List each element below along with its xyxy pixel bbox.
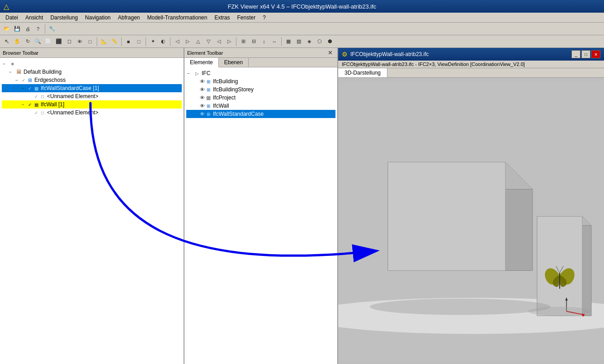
eye-icon-wallstd: 👁 — [200, 111, 205, 117]
etree-project[interactable]: 👁 ▦ IfcProject — [186, 94, 335, 102]
help-btn[interactable]: ? — [33, 24, 43, 34]
fill-btn[interactable]: ■ — [123, 37, 133, 47]
nav5-btn[interactable]: ◁ — [214, 37, 224, 47]
zoom-btn[interactable]: 🔍 — [33, 37, 43, 47]
3d-scene-svg — [338, 78, 604, 364]
eye-btn[interactable]: 👁 — [75, 37, 85, 47]
tf4-btn[interactable]: ↔ — [269, 37, 279, 47]
browser-tree[interactable]: − ≡ − 🏛 Default Building − ✓ ⊞ Erdgescho… — [0, 58, 184, 364]
expand-ifc-storey[interactable] — [193, 87, 200, 92]
outline-btn[interactable]: □ — [134, 37, 144, 47]
etree-wall-label: IfcWall — [213, 103, 229, 109]
expand-building[interactable]: − — [9, 70, 15, 75]
settings-btn[interactable]: 🔧 — [47, 24, 57, 34]
cursor-btn[interactable]: ↖ — [2, 37, 12, 47]
icon-unnamed2: □ — [39, 109, 46, 116]
tree-unnamed2-label: <Unnamed Element> — [47, 109, 98, 116]
menu-help[interactable]: ? — [259, 14, 269, 22]
render4-btn[interactable]: ⬡ — [315, 37, 325, 47]
measure1-btn[interactable]: 📐 — [99, 37, 109, 47]
expand-wall[interactable]: − — [22, 102, 28, 107]
nav1-btn[interactable]: ◁ — [172, 37, 182, 47]
expand-erdgeschoss[interactable]: − — [15, 78, 22, 83]
measure2-btn[interactable]: 📏 — [109, 37, 119, 47]
menu-navigation[interactable]: Navigation — [81, 14, 114, 22]
tree-root[interactable]: − ≡ — [2, 60, 182, 68]
nav3-btn[interactable]: △ — [193, 37, 203, 47]
view-3d[interactable] — [338, 78, 604, 364]
eye-icon-project: 👁 — [200, 95, 205, 100]
tree-default-building[interactable]: − 🏛 Default Building — [2, 68, 182, 76]
box-btn[interactable]: □ — [85, 37, 95, 47]
tab-elemente[interactable]: Elemente — [184, 58, 219, 67]
menu-datei[interactable]: Datei — [2, 14, 22, 22]
star-btn[interactable]: ✦ — [148, 37, 158, 47]
tf2-btn[interactable]: ⊟ — [249, 37, 259, 47]
icon-ifc-project: ▦ — [205, 94, 212, 101]
element-panel: Element Toolbar ✕ Elemente Ebenen − ▷ IF… — [184, 48, 338, 364]
tf3-btn[interactable]: ↕ — [259, 37, 269, 47]
etree-wallstd-label: IfcWallStandardCase — [213, 111, 264, 117]
expand-ifc[interactable]: − — [187, 71, 193, 76]
render1-btn[interactable]: ▦ — [283, 37, 293, 47]
expand-root[interactable]: − — [3, 61, 9, 66]
element-tree[interactable]: − ▷ IFC 👁 ⊞ IfcBuilding 👁 ⊞ IfcBuildingS… — [184, 67, 337, 364]
menu-fenster[interactable]: Fenster — [233, 14, 259, 22]
menu-darstellung[interactable]: Darstellung — [47, 14, 81, 22]
tree-unnamed2[interactable]: ✓ □ <Unnamed Element> — [2, 109, 182, 117]
render5-btn[interactable]: ⬢ — [325, 37, 335, 47]
icon-building: 🏛 — [15, 68, 23, 76]
half-btn[interactable]: ◐ — [158, 37, 168, 47]
tab-3d-darstellung[interactable]: 3D-Darstellung — [338, 68, 387, 77]
etree-building[interactable]: 👁 ⊞ IfcBuilding — [186, 77, 335, 85]
etree-storey[interactable]: 👁 ⊞ IfcBuildingStorey — [186, 85, 335, 94]
tree-ifc-wall-std[interactable]: − ✓ ▦ IfcWallStandardCase [1] — [2, 84, 182, 92]
menu-abfragen[interactable]: Abfragen — [114, 14, 144, 22]
expand-ifc-wallstd[interactable] — [193, 112, 200, 117]
menu-extras[interactable]: Extras — [211, 14, 233, 22]
expand-ifc-building[interactable] — [193, 79, 200, 84]
view-maximize-btn[interactable]: □ — [581, 50, 590, 58]
view-tabs: 3D-Darstellung — [338, 68, 604, 78]
tree-unnamed1[interactable]: ✓ □ <Unnamed Element> — [2, 92, 182, 100]
view-minimize-btn[interactable]: _ — [571, 50, 580, 58]
nav2-btn[interactable]: ▷ — [183, 37, 193, 47]
sep6 — [236, 37, 236, 46]
icon-ifc-wall: ⊞ — [205, 102, 212, 109]
hand-btn[interactable]: ✋ — [12, 37, 22, 47]
view-close-btn[interactable]: ✕ — [591, 50, 600, 58]
expand-ifc-project[interactable] — [193, 95, 200, 100]
view-title-bar: ⚙ IFCObjekttypWall-wall-atrib23.ifc _ □ … — [338, 48, 604, 61]
tab-ebenen[interactable]: Ebenen — [219, 58, 249, 67]
etree-wallstd[interactable]: 👁 ⊞ IfcWallStandardCase — [186, 110, 335, 118]
select2-btn[interactable]: ⬛ — [54, 37, 64, 47]
save-btn[interactable]: 💾 — [12, 24, 22, 34]
print-btn[interactable]: 🖨 — [23, 24, 33, 34]
title-bar: △ FZK Viewer x64 V 4.5 – IFCObjekttypWal… — [0, 0, 604, 13]
render2-btn[interactable]: ▧ — [294, 37, 304, 47]
select3-btn[interactable]: ◻ — [64, 37, 74, 47]
etree-wall[interactable]: 👁 ⊞ IfcWall — [186, 102, 335, 110]
expand-unnamed2[interactable] — [28, 110, 34, 115]
new-btn[interactable]: 📂 — [2, 24, 12, 34]
element-panel-close[interactable]: ✕ — [326, 49, 335, 56]
tree-erdgeschoss[interactable]: − ✓ ⊞ Erdgeschoss — [2, 76, 182, 84]
select1-btn[interactable]: ⬜ — [43, 37, 53, 47]
menu-ansicht[interactable]: Ansicht — [22, 14, 47, 22]
tree-ifc-wall[interactable]: − ✓ ▦ IfcWall [1] — [2, 100, 182, 109]
view-panel: ⚙ IFCObjekttypWall-wall-atrib23.ifc _ □ … — [338, 48, 604, 364]
app-title: FZK Viewer x64 V 4.5 – IFCObjekttypWall-… — [228, 3, 377, 10]
sep7 — [281, 37, 282, 46]
render3-btn[interactable]: ◈ — [304, 37, 314, 47]
expand-wallstd[interactable]: − — [22, 86, 28, 91]
etree-ifc[interactable]: − ▷ IFC — [186, 69, 335, 77]
expand-ifc-wall[interactable] — [193, 104, 200, 109]
main-content: Browser Toolbar − ≡ − 🏛 Default Building… — [0, 48, 604, 364]
expand-unnamed1[interactable] — [28, 94, 34, 99]
menu-modell[interactable]: Modell-Transformationen — [143, 14, 211, 22]
nav4-btn[interactable]: ▽ — [203, 37, 213, 47]
tf1-btn[interactable]: ⊞ — [238, 37, 248, 47]
element-toolbar-label: Element Toolbar — [187, 50, 223, 56]
nav6-btn[interactable]: ▷ — [224, 37, 234, 47]
rotate-btn[interactable]: ↻ — [23, 37, 33, 47]
